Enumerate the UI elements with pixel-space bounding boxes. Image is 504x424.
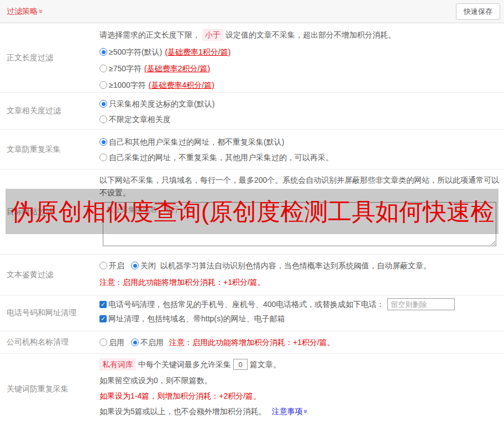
radio-label: 关闭 xyxy=(140,260,156,271)
keyword-rule-five-plus: 如果设为5篇或以上，也不会额外增加积分消耗。 xyxy=(99,406,266,417)
keyword-rule-cost: 如果设为1-4篇，则增加积分消耗：+2积分/篇。 xyxy=(99,390,500,401)
row-label-porn-filter: 文本鉴黄过滤 xyxy=(0,255,99,295)
site-filter-description: 以下网站不采集，只填域名，每行一个，最多200个。系统会自动识别并屏蔽那些非文章… xyxy=(99,174,500,199)
radio-label: 自己采集过的网址，不重复采集，其他用户采集过的，可以再采。 xyxy=(109,152,333,163)
checkbox-icon[interactable] xyxy=(99,301,107,308)
row-article-dedup: 文章防重复采集 自己和其他用户采集过的网址，都不重复采集(默认) 自己采集过的网… xyxy=(0,130,504,169)
radio-option-dedup-self-only[interactable]: 自己采集过的网址，不重复采集，其他用户采集过的，可以再采。 xyxy=(99,152,333,163)
radio-icon[interactable] xyxy=(99,48,107,56)
row-porn-filter: 文本鉴黄过滤 开启 关闭 以机器学习算法自动识别色情内容，当色情概率达到系统阈值… xyxy=(0,255,504,295)
radio-icon[interactable] xyxy=(99,100,107,108)
chevron-double-down-icon: » xyxy=(302,410,309,414)
radio-label: 只采集相关度达标的文章(默认) xyxy=(109,98,214,109)
row-content-length-filter: 正文长度过滤 请选择需求的正文长度下限， 小于 设定值的文章不采集，超出部分不增… xyxy=(0,23,504,93)
radio-option-relevance-strict[interactable]: 只采集相关度达标的文章(默认) xyxy=(99,98,214,109)
radio-label: 不限定文章相关度 xyxy=(109,114,171,125)
notes-link-label: 注意事项 xyxy=(272,406,303,417)
length-intro: 请选择需求的正文长度下限， 小于 设定值的文章不采集，超出部分不增加积分消耗。 xyxy=(99,29,500,41)
row-label-company-clean: 公司机构名称清理 xyxy=(0,331,99,353)
row-relevance-filter: 文章相关度过滤 只采集相关度达标的文章(默认) 不限定文章相关度 xyxy=(0,93,504,130)
radio-option-porn-off[interactable]: 关闭 xyxy=(131,260,156,271)
radio-label: ≥750字符 xyxy=(109,63,141,74)
checkbox-label: 电话号码清理，包括常见的手机号、座机号、400电话格式，或替换成如下电话： xyxy=(108,299,384,310)
private-wordbank-badge[interactable]: 私有词库 xyxy=(99,358,136,370)
radio-label: ≥500字符(默认) xyxy=(109,46,162,57)
radio-icon[interactable] xyxy=(99,138,107,146)
radio-icon[interactable] xyxy=(99,81,107,89)
chevron-double-down-icon: » xyxy=(38,9,45,13)
fee-note: (基础费率2积分/篇) xyxy=(144,63,210,74)
quick-save-button[interactable]: 快速保存 xyxy=(456,3,500,20)
keyword-count-input[interactable] xyxy=(233,359,248,370)
replacement-phone-input[interactable] xyxy=(387,298,455,310)
page-title[interactable]: 过滤策略 » xyxy=(7,7,43,17)
radio-icon[interactable] xyxy=(99,338,107,346)
page-header: 过滤策略 » 快速保存 xyxy=(0,0,504,23)
checkbox-url-clean[interactable]: 网址清理，包括纯域名、带http(s)的网址、电子邮箱 xyxy=(99,313,285,324)
radio-icon[interactable] xyxy=(131,338,139,346)
row-label-relevance: 文章相关度过滤 xyxy=(0,93,99,129)
row-target-site-filter: 目标网站过滤 以下网站不采集，只填域名，每行一个，最多200个。系统会自动识别并… xyxy=(0,169,504,255)
radio-icon[interactable] xyxy=(131,262,139,269)
length-intro-pre: 请选择需求的正文长度下限， xyxy=(99,29,200,40)
radio-option-1000-chars[interactable]: ≥1000字符 xyxy=(99,80,146,91)
radio-option-750-chars[interactable]: ≥750字符 xyxy=(99,63,141,74)
fee-note: (基础费率4积分/篇) xyxy=(149,80,214,91)
radio-label: 开启 xyxy=(109,260,124,271)
porn-filter-cost-note: 注意：启用此功能将增加积分消耗：+1积分/篇。 xyxy=(99,277,500,288)
length-intro-post: 设定值的文章不采集，超出部分不增加积分消耗。 xyxy=(225,29,396,40)
row-label-phone-url-clean: 电话号码和网址清理 xyxy=(0,295,99,331)
keyword-rule-zero: 如果留空或设为0，则不限篇数。 xyxy=(99,375,500,386)
radio-option-company-off[interactable]: 不启用 xyxy=(131,337,164,348)
radio-label: 不启用 xyxy=(140,337,164,348)
radio-label: 自己和其他用户采集过的网址，都不重复采集(默认) xyxy=(109,136,284,147)
radio-label: 启用 xyxy=(109,337,124,348)
radio-icon[interactable] xyxy=(99,115,107,123)
notes-link[interactable]: 注意事项 » xyxy=(272,406,308,417)
checkbox-icon[interactable] xyxy=(99,315,107,322)
fee-note: (基础费率1积分/篇) xyxy=(165,46,230,57)
radio-option-company-on[interactable]: 启用 xyxy=(99,337,124,348)
radio-icon[interactable] xyxy=(99,153,107,161)
checkbox-phone-clean[interactable]: 电话号码清理，包括常见的手机号、座机号、400电话格式，或替换成如下电话： xyxy=(99,299,384,310)
row-phone-url-clean: 电话号码和网址清理 电话号码清理，包括常见的手机号、座机号、400电话格式，或替… xyxy=(0,295,504,331)
radio-option-dedup-all-users[interactable]: 自己和其他用户采集过的网址，都不重复采集(默认) xyxy=(99,136,284,147)
row-label-keyword-dedup: 关键词防重复采集 xyxy=(0,354,99,424)
filter-strategy-page: 过滤策略 » 快速保存 正文长度过滤 请选择需求的正文长度下限， 小于 设定值的… xyxy=(0,0,504,424)
row-keyword-dedup: 关键词防重复采集 私有词库 中每个关键词最多允许采集 篇文章。 如果留空或设为0… xyxy=(0,354,504,424)
radio-option-relevance-any[interactable]: 不限定文章相关度 xyxy=(99,114,171,125)
company-clean-cost-note: 注意：启用此功能将增加积分消耗：+1积分/篇。 xyxy=(169,337,335,348)
row-label-content-length: 正文长度过滤 xyxy=(0,23,99,92)
radio-icon[interactable] xyxy=(99,65,107,72)
length-intro-highlight: 小于 xyxy=(202,29,223,41)
row-company-name-clean: 公司机构名称清理 启用 不启用 注意：启用此功能将增加积分消耗：+1积分/篇。 xyxy=(0,331,504,354)
radio-icon[interactable] xyxy=(99,262,107,269)
keyword-limit-text: 中每个关键词最多允许采集 xyxy=(138,359,231,370)
blocked-sites-textarea[interactable] xyxy=(103,202,496,246)
radio-label: ≥1000字符 xyxy=(109,80,146,91)
page-title-text: 过滤策略 xyxy=(7,7,38,17)
porn-filter-description: 以机器学习算法自动识别色情内容，当色情概率达到系统阈值，自动屏蔽文章。 xyxy=(160,260,431,271)
keyword-limit-suffix: 篇文章。 xyxy=(250,359,281,370)
radio-option-500-chars[interactable]: ≥500字符(默认) xyxy=(99,46,162,57)
radio-option-porn-on[interactable]: 开启 xyxy=(99,260,124,271)
row-label-target-sites: 目标网站过滤 xyxy=(0,169,99,254)
row-label-dedup: 文章防重复采集 xyxy=(0,130,99,169)
checkbox-label: 网址清理，包括纯域名、带http(s)的网址、电子邮箱 xyxy=(108,313,285,324)
